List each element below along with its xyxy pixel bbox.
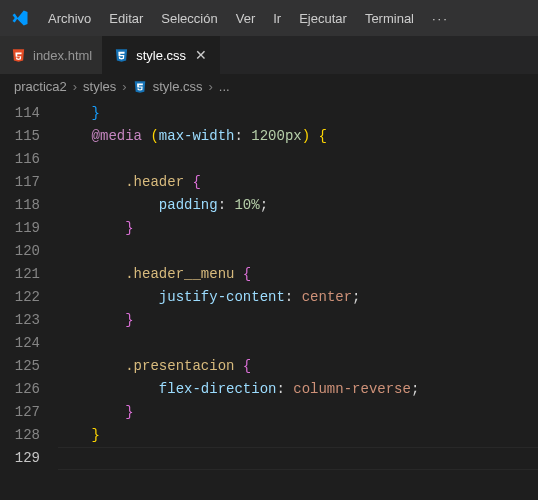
code-editor[interactable]: 1141151161171181191201211221231241251261…: [0, 100, 538, 470]
close-icon[interactable]: ✕: [193, 47, 209, 63]
menu-seleccion[interactable]: Selección: [153, 7, 225, 30]
chevron-right-icon: ›: [209, 79, 213, 94]
menu-ejecutar[interactable]: Ejecutar: [291, 7, 355, 30]
html5-icon: [10, 47, 26, 63]
title-bar: Archivo Editar Selección Ver Ir Ejecutar…: [0, 0, 538, 36]
menu-archivo[interactable]: Archivo: [40, 7, 99, 30]
menu-ir[interactable]: Ir: [265, 7, 289, 30]
tab-label: index.html: [33, 48, 92, 63]
code-content[interactable]: } @media (max-width: 1200px) { .header {…: [58, 100, 538, 470]
crumb-file[interactable]: style.css: [133, 79, 203, 94]
tab-label: style.css: [136, 48, 186, 63]
crumb-folder[interactable]: practica2: [14, 79, 67, 94]
menu-ver[interactable]: Ver: [228, 7, 264, 30]
chevron-right-icon: ›: [122, 79, 126, 94]
chevron-right-icon: ›: [73, 79, 77, 94]
crumb-symbol[interactable]: ...: [219, 79, 230, 94]
tab-index-html[interactable]: index.html: [0, 36, 103, 74]
crumb-folder[interactable]: styles: [83, 79, 116, 94]
menu-editar[interactable]: Editar: [101, 7, 151, 30]
tab-style-css[interactable]: style.css ✕: [103, 36, 220, 74]
line-number-gutter: 1141151161171181191201211221231241251261…: [0, 100, 58, 470]
menu-more-icon[interactable]: ···: [424, 7, 457, 30]
css3-icon: [113, 47, 129, 63]
editor-tabs: index.html style.css ✕: [0, 36, 538, 74]
vscode-logo-icon: [8, 6, 32, 30]
menu-terminal[interactable]: Terminal: [357, 7, 422, 30]
css3-icon: [133, 79, 148, 94]
breadcrumb: practica2 › styles › style.css › ...: [0, 74, 538, 100]
